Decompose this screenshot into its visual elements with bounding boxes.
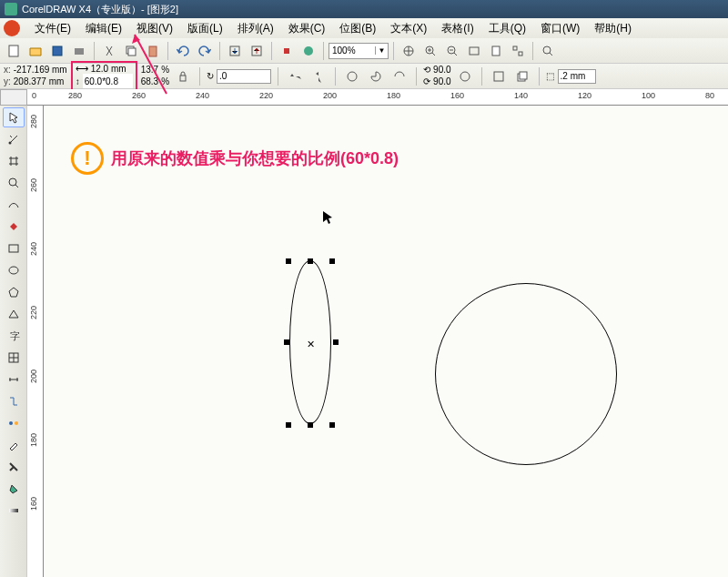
pct-label: % (161, 65, 169, 76)
wrap-text-button[interactable] (489, 66, 509, 86)
angle2-icon: ⟳ (423, 76, 430, 87)
menu-window[interactable]: 窗口(W) (533, 19, 587, 38)
dimension-tool[interactable] (3, 369, 25, 390)
save-button[interactable] (47, 41, 67, 61)
exclamation-icon: ! (71, 142, 104, 175)
svg-point-12 (448, 46, 455, 54)
zoom-in-button[interactable] (420, 41, 440, 61)
selection-handle-tl[interactable] (286, 258, 291, 264)
pick-tool[interactable] (3, 107, 25, 127)
ruler-origin[interactable] (0, 89, 27, 106)
pie-button[interactable] (366, 66, 386, 86)
rotation-group: ↻ (207, 69, 271, 84)
outline-width-input[interactable] (558, 69, 596, 84)
undo-button[interactable] (173, 41, 193, 61)
copy-button[interactable] (121, 41, 141, 61)
selection-handle-ml[interactable] (284, 339, 289, 345)
polygon-tool[interactable] (3, 282, 25, 302)
width-value: 12.0 mm (91, 64, 126, 74)
zoom-input[interactable] (329, 46, 375, 56)
separator (199, 67, 200, 86)
menu-bitmaps[interactable]: 位图(B) (332, 19, 383, 38)
canvas[interactable]: ! 用原来的数值乘与你想要的比例(60*0.8) ✕ (44, 106, 728, 577)
svg-point-10 (404, 46, 413, 56)
menu-table[interactable]: 表格(I) (434, 19, 480, 38)
interactive-tool[interactable] (3, 413, 25, 433)
circle-shape[interactable] (435, 283, 617, 465)
direction-button[interactable] (455, 66, 475, 86)
svg-rect-29 (9, 353, 18, 362)
table-tool[interactable] (3, 348, 25, 368)
ellipse-button[interactable] (342, 66, 362, 86)
zoom-tool[interactable] (3, 173, 25, 193)
selection-handle-bl[interactable] (286, 422, 291, 428)
outline-tool[interactable] (3, 457, 25, 477)
connector-tool[interactable] (3, 391, 25, 411)
zoom-all-button[interactable] (508, 41, 528, 61)
menu-text[interactable]: 文本(X) (383, 19, 434, 38)
text-tool[interactable]: 字 (3, 326, 25, 346)
selection-handle-bm[interactable] (308, 422, 313, 428)
basic-shapes-tool[interactable] (3, 304, 25, 324)
svg-point-25 (9, 178, 16, 186)
vertical-ruler[interactable]: 280 260 240 220 200 180 160 (27, 106, 44, 577)
zoom-level-combo[interactable]: ▼ (329, 43, 389, 59)
svg-rect-8 (284, 48, 289, 54)
freehand-tool[interactable] (3, 195, 25, 215)
svg-point-9 (304, 46, 313, 56)
separator (416, 67, 417, 86)
smart-fill-tool[interactable] (3, 217, 25, 237)
menu-edit[interactable]: 编辑(E) (78, 19, 129, 38)
import-button[interactable] (225, 41, 245, 61)
app-launcher-button[interactable] (277, 41, 297, 61)
print-button[interactable] (69, 41, 89, 61)
eyedropper-tool[interactable] (3, 435, 25, 455)
interactive-fill-tool[interactable] (3, 501, 25, 521)
selection-handle-mr[interactable] (333, 339, 339, 345)
crop-tool[interactable] (3, 151, 25, 171)
shape-tool[interactable] (3, 129, 25, 149)
ellipse-tool[interactable] (3, 260, 25, 280)
new-button[interactable] (4, 41, 24, 61)
rotation-input[interactable] (217, 69, 271, 84)
arc-button[interactable] (389, 66, 410, 86)
menu-tools[interactable]: 工具(Q) (481, 19, 533, 38)
paste-button[interactable] (143, 41, 163, 61)
horizontal-ruler[interactable]: 0 280 260 240 220 200 180 160 140 120 10… (27, 89, 728, 106)
zoom-dropdown-icon[interactable]: ▼ (375, 46, 388, 55)
menu-file[interactable]: 文件(E) (27, 19, 78, 38)
height-input[interactable] (83, 74, 133, 88)
rectangle-tool[interactable] (3, 238, 25, 258)
menu-view[interactable]: 视图(V) (129, 19, 180, 38)
welcome-button[interactable] (298, 41, 318, 61)
fill-tool[interactable] (3, 479, 25, 499)
zoom-page-button[interactable] (486, 41, 506, 61)
export-button[interactable] (247, 41, 267, 61)
open-button[interactable] (25, 41, 46, 61)
selection-handle-br[interactable] (329, 422, 335, 428)
title-bar: CorelDRAW X4（专业版）- [图形2] (0, 0, 728, 18)
menu-arrange[interactable]: 排列(A) (230, 19, 281, 38)
snap-button[interactable] (399, 41, 419, 61)
lock-ratio-button[interactable] (173, 66, 193, 86)
menu-help[interactable]: 帮助(H) (587, 19, 639, 38)
redo-button[interactable] (195, 41, 215, 61)
separator (481, 67, 482, 86)
separator (393, 42, 394, 60)
mirror-v-button[interactable] (308, 66, 329, 86)
annotation-text: 用原来的数值乘与你想要的比例(60*0.8) (111, 147, 399, 169)
canvas-area[interactable]: 280 260 240 220 200 180 160 ! 用原来的数值乘与你想… (27, 106, 728, 577)
svg-rect-23 (520, 72, 527, 79)
mirror-h-button[interactable] (285, 66, 305, 86)
zoom-fit-button[interactable] (464, 41, 484, 61)
to-front-button[interactable] (512, 66, 532, 86)
selection-handle-tr[interactable] (329, 258, 335, 264)
selection-handle-tm[interactable] (308, 258, 313, 264)
options-button[interactable] (538, 41, 558, 61)
separator (167, 42, 168, 60)
cut-button[interactable] (99, 41, 119, 61)
menu-effects[interactable]: 效果(C) (281, 19, 333, 38)
zoom-out-button[interactable] (442, 41, 462, 61)
angle2-value: 90.0 (433, 76, 450, 87)
menu-layout[interactable]: 版面(L) (180, 19, 230, 38)
